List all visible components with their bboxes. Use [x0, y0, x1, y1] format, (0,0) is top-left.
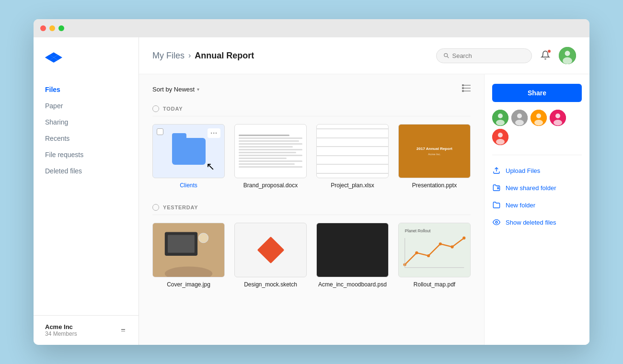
files-toolbar: Sort by Newest ▾: [152, 84, 471, 95]
pdf-thumbnail: Planet Rollout: [398, 223, 471, 277]
breadcrumb-parent[interactable]: My Files: [152, 51, 185, 61]
user-avatar[interactable]: [559, 47, 576, 64]
svg-rect-13: [462, 84, 464, 86]
files-grid-yesterday: Cover_image.jpg Design_mock.sketch: [152, 223, 471, 287]
av4-inner: [550, 110, 566, 126]
content-area: Sort by Newest ▾: [139, 74, 589, 345]
sketch-thumbnail: [234, 223, 307, 277]
new-shared-folder-action[interactable]: New shared folder: [492, 179, 582, 196]
collaborator-avatar-2[interactable]: [511, 110, 528, 126]
sidebar-item-recents[interactable]: Recents: [39, 130, 133, 147]
section-today-header: TODAY: [152, 102, 471, 116]
collaborator-avatar-1[interactable]: [492, 110, 508, 126]
header-right: [436, 47, 576, 64]
file-item-clients[interactable]: ··· ↖ Clients: [152, 124, 225, 189]
sidebar-item-paper[interactable]: Paper: [39, 98, 133, 114]
av1-inner: [492, 110, 508, 126]
new-folder-icon: [492, 201, 501, 209]
list-view-button[interactable]: [462, 84, 471, 95]
pres-subtitle-text: Acme Inc.: [428, 153, 441, 156]
section-today-label: TODAY: [163, 106, 183, 112]
sidebar-item-files[interactable]: Files: [39, 81, 133, 98]
show-deleted-label: Show deleted files: [506, 219, 556, 226]
collaborator-avatar-4[interactable]: [550, 110, 566, 126]
file-name-brand-proposal: Brand_proposal.docx: [243, 182, 298, 189]
files-grid-today: ··· ↖ Clients: [152, 124, 471, 189]
show-deleted-action[interactable]: Show deleted files: [492, 214, 582, 231]
svg-point-9: [563, 57, 572, 64]
file-item-design-mock[interactable]: Design_mock.sketch: [234, 223, 307, 287]
folder-shape: [172, 138, 206, 165]
svg-point-42: [554, 120, 562, 125]
svg-rect-18: [168, 235, 195, 253]
av5-inner: [492, 129, 508, 145]
notifications-button[interactable]: [539, 48, 552, 63]
share-button[interactable]: Share: [492, 84, 582, 102]
breadcrumb-current: Annual Report: [195, 51, 254, 61]
search-input[interactable]: [452, 52, 525, 59]
maximize-dot[interactable]: [58, 25, 64, 31]
sheet-thumbnail: [316, 124, 389, 178]
sort-button[interactable]: Sort by Newest ▾: [152, 86, 199, 93]
moodboard-thumbnail: [316, 223, 389, 277]
search-icon: [443, 52, 449, 59]
new-folder-label: New folder: [506, 202, 535, 209]
svg-point-45: [496, 139, 505, 145]
svg-point-38: [536, 114, 541, 118]
upload-files-action[interactable]: Upload Files: [492, 162, 582, 179]
file-item-brand-proposal[interactable]: Brand_proposal.docx: [234, 124, 307, 189]
sidebar-item-deleted-files[interactable]: Deleted files: [39, 163, 133, 179]
collaborator-avatar-5[interactable]: [492, 129, 508, 145]
clock-icon: [152, 105, 159, 112]
sidebar-footer-chevron[interactable]: [119, 327, 127, 333]
svg-text:Planet Rollout: Planet Rollout: [405, 228, 431, 233]
svg-point-28: [462, 237, 465, 239]
svg-point-8: [565, 51, 570, 56]
upload-icon: [492, 166, 501, 175]
file-item-presentation[interactable]: 2017 Annual Report Acme Inc. Presentatio…: [398, 124, 471, 189]
file-name-presentation: Presentation.pptx: [412, 182, 457, 189]
sidebar-item-sharing[interactable]: Sharing: [39, 114, 133, 130]
sketch-diamond: [257, 237, 284, 264]
app-body: Files Paper Sharing Recents File request…: [34, 37, 589, 345]
close-dot[interactable]: [40, 25, 46, 31]
sidebar-item-file-requests[interactable]: File requests: [39, 147, 133, 163]
svg-point-44: [498, 133, 503, 137]
cursor-indicator: ↖: [206, 160, 215, 173]
doc-thumbnail: [234, 124, 307, 178]
file-item-project-plan[interactable]: Project_plan.xlsx: [316, 124, 389, 189]
member-count: 34 Members: [45, 330, 77, 337]
app-window: Files Paper Sharing Recents File request…: [34, 19, 589, 345]
svg-point-5: [444, 54, 448, 57]
photo-thumbnail: [152, 223, 225, 277]
photo-svg: [153, 223, 224, 276]
collaborator-avatar-3[interactable]: [531, 110, 547, 126]
files-area: Sort by Newest ▾: [139, 74, 484, 345]
file-name-moodboard: Acme_inc_moodboard.psd: [318, 281, 387, 288]
file-item-cover-image[interactable]: Cover_image.jpg: [152, 223, 225, 287]
svg-point-24: [415, 251, 418, 254]
sort-chevron-icon: ▾: [197, 87, 199, 92]
folder-more-btn[interactable]: ···: [208, 128, 220, 138]
file-item-moodboard[interactable]: Acme_inc_moodboard.psd: [316, 223, 389, 287]
search-box[interactable]: [436, 48, 532, 63]
breadcrumb-separator: ›: [188, 51, 191, 60]
av3-inner: [531, 110, 547, 126]
sort-label: Sort by Newest: [152, 86, 195, 93]
header: My Files › Annual Report: [139, 37, 589, 74]
file-name-cover-image: Cover_image.jpg: [167, 281, 210, 288]
svg-rect-15: [462, 90, 464, 92]
acme-inc-info: Acme Inc 34 Members: [45, 323, 77, 337]
new-folder-action[interactable]: New folder: [492, 196, 582, 214]
folder-checkbox[interactable]: [157, 128, 163, 135]
eye-icon: [492, 218, 501, 227]
chevron-down-line: [121, 331, 125, 332]
upload-files-label: Upload Files: [506, 167, 540, 174]
minimize-dot[interactable]: [49, 25, 55, 31]
svg-point-32: [498, 114, 503, 118]
breadcrumb: My Files › Annual Report: [152, 51, 254, 61]
file-item-rollout-map[interactable]: Planet Rollout: [398, 223, 471, 287]
section-yesterday-label: YESTERDAY: [163, 205, 198, 210]
svg-line-6: [447, 57, 449, 58]
logo-area: [34, 49, 138, 81]
